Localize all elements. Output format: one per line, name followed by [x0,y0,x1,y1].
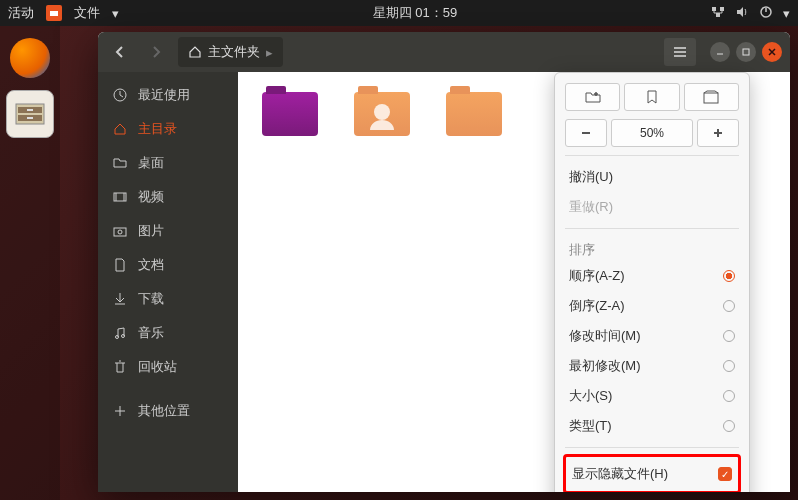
sidebar-item-label: 主目录 [138,120,177,138]
doc-icon [112,258,128,272]
folder-item[interactable] [350,92,414,136]
sidebar-item-documents[interactable]: 文档 [98,248,238,282]
app-menu-arrow-icon: ▾ [112,6,119,21]
radio-icon [723,270,735,282]
radio-icon [723,300,735,312]
firefox-icon [10,38,50,78]
camera-icon [112,224,128,238]
svg-rect-18 [704,93,718,103]
svg-point-14 [118,230,122,234]
folder-icon [262,92,318,136]
video-icon [112,190,128,204]
sidebar-item-pictures[interactable]: 图片 [98,214,238,248]
svg-rect-9 [27,117,33,119]
maximize-button[interactable] [736,42,756,62]
radio-icon [723,360,735,372]
trash-icon [112,360,128,374]
sidebar-item-recent[interactable]: 最近使用 [98,78,238,112]
svg-rect-0 [50,11,58,16]
file-cabinet-icon [14,100,46,128]
sidebar-item-label: 文档 [138,256,164,274]
new-tab-button[interactable] [684,83,739,111]
clock-icon [112,88,128,102]
folder-item[interactable] [442,92,506,136]
music-icon [112,326,128,340]
minimize-button[interactable] [710,42,730,62]
sidebar-item-label: 回收站 [138,358,177,376]
plus-icon [112,404,128,418]
sidebar-item-home[interactable]: 主目录 [98,112,238,146]
app-indicator-icon [46,5,62,21]
sort-size[interactable]: 大小(S) [565,381,739,411]
svg-rect-10 [743,49,749,55]
folder-icon [446,92,502,136]
close-button[interactable] [762,42,782,62]
sidebar-item-label: 下载 [138,290,164,308]
radio-icon [723,390,735,402]
sort-first-modified[interactable]: 最初修改(M) [565,351,739,381]
top-panel: 活动 文件 ▾ 星期四 01：59 ▾ [0,0,798,26]
path-label: 主文件夹 [208,43,260,61]
sidebar: 最近使用 主目录 桌面 视频 图片 文档 [98,72,238,492]
undo-item[interactable]: 撤消(U) [565,162,739,192]
svg-rect-8 [27,109,33,111]
sidebar-item-label: 其他位置 [138,402,190,420]
radio-icon [723,420,735,432]
sidebar-item-label: 音乐 [138,324,164,342]
network-icon[interactable] [711,5,725,22]
zoom-in-button[interactable] [697,119,739,147]
sidebar-item-music[interactable]: 音乐 [98,316,238,350]
sort-za[interactable]: 倒序(Z-A) [565,291,739,321]
zoom-out-button[interactable] [565,119,607,147]
redo-item: 重做(R) [565,192,739,222]
hamburger-button[interactable] [664,38,696,66]
sidebar-item-other[interactable]: 其他位置 [98,394,238,428]
svg-rect-2 [720,7,724,11]
svg-point-16 [122,335,125,338]
back-button[interactable] [106,38,134,66]
app-menu-label[interactable]: 文件 [74,4,100,22]
sidebar-item-label: 视频 [138,188,164,206]
sidebar-item-label: 图片 [138,222,164,240]
system-arrow-icon: ▾ [783,6,790,21]
sort-az[interactable]: 顺序(A-Z) [565,261,739,291]
check-icon: ✓ [718,467,732,481]
home-icon [188,45,202,59]
sidebar-item-videos[interactable]: 视频 [98,180,238,214]
home-icon [112,122,128,136]
sidebar-item-downloads[interactable]: 下载 [98,282,238,316]
radio-icon [723,330,735,342]
sort-heading: 排序 [565,235,739,261]
download-icon [112,292,128,306]
sort-type[interactable]: 类型(T) [565,411,739,441]
volume-icon[interactable] [735,5,749,22]
titlebar: 主文件夹 ▸ [98,32,790,72]
power-icon[interactable] [759,5,773,22]
svg-point-15 [116,336,119,339]
path-bar[interactable]: 主文件夹 ▸ [178,37,283,67]
annotation-highlight: 显示隐藏文件(H)✓ [563,454,741,492]
zoom-level: 50% [611,119,693,147]
svg-rect-3 [716,13,720,17]
svg-rect-1 [712,7,716,11]
folder-item[interactable] [258,92,322,136]
files-window: 主文件夹 ▸ 最近使用 主目录 [98,32,790,492]
hamburger-menu: 50% 撤消(U) 重做(R) 排序 顺序(A-Z) 倒序(Z-A) 修改时间(… [554,72,750,492]
forward-button[interactable] [142,38,170,66]
sidebar-item-label: 最近使用 [138,86,190,104]
sidebar-item-desktop[interactable]: 桌面 [98,146,238,180]
bookmark-button[interactable] [624,83,679,111]
svg-point-17 [374,104,390,120]
dock-files[interactable] [6,90,54,138]
dock-firefox[interactable] [6,34,54,82]
activities-button[interactable]: 活动 [8,4,34,22]
sort-mtime[interactable]: 修改时间(M) [565,321,739,351]
folder-icon [354,92,410,136]
sidebar-item-label: 桌面 [138,154,164,172]
dock [0,26,60,500]
clock[interactable]: 星期四 01：59 [119,4,711,22]
show-hidden-item[interactable]: 显示隐藏文件(H)✓ [568,459,736,489]
sidebar-item-trash[interactable]: 回收站 [98,350,238,384]
folder-icon [112,156,128,170]
new-folder-button[interactable] [565,83,620,111]
